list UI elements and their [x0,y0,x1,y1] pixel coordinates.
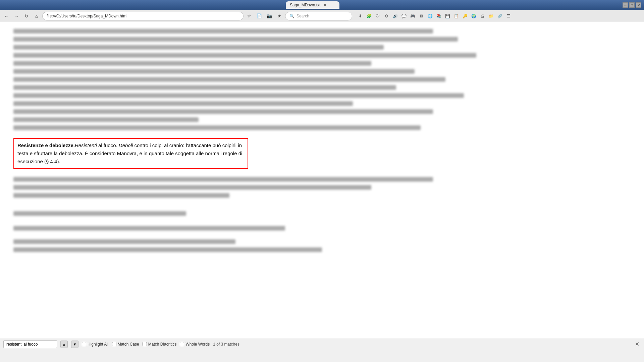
tab-container: Saga_MDown.txt ✕ [286,1,339,9]
toolbar-icon-13[interactable]: 🖨 [478,12,486,20]
whole-words-group: Whole Words [180,342,210,347]
maximize-button[interactable]: □ [629,2,635,8]
toolbar-icon-14[interactable]: 📁 [487,12,495,20]
active-tab[interactable]: Saga_MDown.txt ✕ [286,1,339,9]
toolbar-icon-10[interactable]: 📋 [452,12,460,20]
find-input[interactable] [3,340,57,348]
blur-line [13,125,421,130]
toolbar-icon-6[interactable]: 🖥 [417,12,425,20]
find-next-button[interactable]: ▼ [71,341,78,348]
spacer [13,219,631,226]
blur-lines-group-4 [13,226,631,231]
match-case-group: Match Case [112,342,139,347]
screenshot-icon[interactable]: 📷 [265,12,274,20]
highlight-all-group: Highlight All [82,342,109,347]
whole-words-checkbox[interactable] [180,342,184,346]
search-icon: 🔍 [289,14,294,18]
toolbar-icon-11[interactable]: 🔑 [461,12,469,20]
reload-button[interactable]: ↻ [22,12,31,20]
find-previous-button[interactable]: ▲ [60,341,68,348]
favorites-icon[interactable]: ★ [275,12,284,20]
content-paragraph: Resistenze e debolezze.Resistenti al fuo… [17,141,244,166]
tab-title: Saga_MDown.txt [290,3,320,7]
back-button[interactable]: ← [2,12,11,20]
navigation-bar: ← → ↻ ⌂ file:///C:/Users/tu‌‌‌‌‌‌‌/Deskt… [0,10,644,22]
toolbar-icon-15[interactable]: 🔗 [496,12,504,20]
blur-line [13,211,186,216]
home-button[interactable]: ⌂ [32,12,41,20]
toolbar-icons: ⬇ 🧩 🛡 ⚙ 🔊 💬 🎮 🖥 🌐 📚 💾 📋 🔑 🌍 🖨 📁 🔗 ☰ [356,12,513,20]
find-bar: ▲ ▼ Highlight All Match Case Match Diacr… [0,338,644,350]
find-close-button[interactable]: ✕ [634,341,641,347]
whole-words-label: Whole Words [185,342,210,347]
toolbar-icon-4[interactable]: 💬 [400,12,408,20]
paragraph-italic2: Deboli [119,142,133,148]
bookmark-icon[interactable]: ☆ [245,12,254,20]
toolbar-icon-2[interactable]: ⚙ [382,12,390,20]
blur-line [13,101,353,106]
blur-line [13,193,229,198]
tab-close-button[interactable]: ✕ [323,3,327,7]
spacer2 [13,234,631,239]
blur-line [13,93,464,98]
toolbar-icon-7[interactable]: 🌐 [426,12,434,20]
match-diacritics-label: Match Diacritics [148,342,177,347]
toolbar-icon-8[interactable]: 📚 [435,12,443,20]
blur-line [13,85,396,90]
blur-line [13,117,199,122]
address-bar[interactable]: file:///C:/Users/tu‌‌‌‌‌‌‌/Desktop/Saga_… [42,12,244,20]
extensions-icon[interactable]: 🧩 [365,12,373,20]
toolbar-icon-5[interactable]: 🎮 [409,12,417,20]
blur-line [13,109,433,114]
blur-lines-group-3 [13,211,631,216]
match-diacritics-checkbox[interactable] [143,342,147,346]
search-bar[interactable]: 🔍 Search [285,12,352,20]
blur-line [13,61,371,66]
toolbar-icon-1[interactable]: 🛡 [374,12,382,20]
blur-lines-group-1 [13,29,631,130]
download-icon[interactable]: ⬇ [356,12,364,20]
highlight-all-label: Highlight All [88,342,109,347]
blur-line [13,77,445,82]
blur-lines-group-2 [13,177,631,198]
toolbar-icon-3[interactable]: 🔊 [391,12,399,20]
find-status: 1 of 3 matches [213,342,239,347]
address-text: file:///C:/Users/tu‌‌‌‌‌‌‌/Desktop/Saga_… [47,14,127,18]
blur-line [13,177,433,182]
blur-line [13,53,476,58]
window-controls: ─ □ ✕ [623,2,641,8]
section-gap [13,201,631,211]
toolbar-icon-12[interactable]: 🌍 [470,12,478,20]
paragraph-text1: al fuoco. [97,142,119,148]
highlight-paragraph-box: Resistenze e debolezze.Resistenti al fuo… [13,138,248,169]
match-case-checkbox[interactable] [112,342,116,346]
reader-icon[interactable]: 📄 [255,12,264,20]
blur-line [13,239,235,244]
blur-line [13,226,285,231]
title-bar: Saga_MDown.txt ✕ ─ □ ✕ [0,0,644,10]
forward-button[interactable]: → [12,12,21,20]
blur-line [13,247,322,252]
blur-line [13,69,415,74]
content-area: Resistenze e debolezze.Resistenti al fuo… [0,22,644,350]
search-placeholder: Search [297,14,309,18]
paragraph-bold: Resistenze e debolezze. [17,142,75,148]
match-diacritics-group: Match Diacritics [143,342,177,347]
nav-icons: ☆ 📄 📷 ★ [245,12,284,20]
highlight-all-checkbox[interactable] [82,342,86,346]
minimize-button[interactable]: ─ [623,2,628,8]
toolbar-icon-9[interactable]: 💾 [443,12,451,20]
blur-line [13,45,384,50]
blur-lines-group-5 [13,239,631,252]
close-button[interactable]: ✕ [636,2,641,8]
menu-button[interactable]: ☰ [504,12,513,20]
blur-line [13,185,371,190]
paragraph-italic1: Resistenti [75,142,97,148]
blur-line [13,29,433,34]
match-case-label: Match Case [118,342,139,347]
blur-line [13,37,458,42]
